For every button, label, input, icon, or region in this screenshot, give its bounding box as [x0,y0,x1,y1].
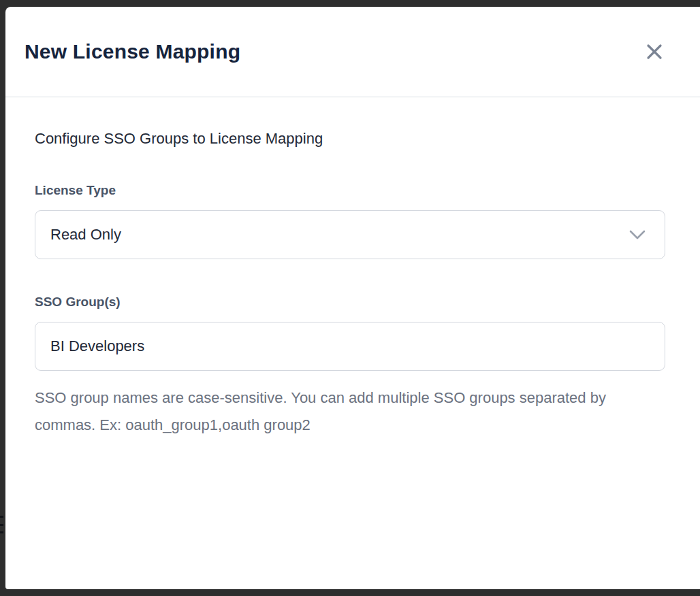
close-icon [646,52,663,63]
sso-groups-help-text: SSO group names are case-sensitive. You … [35,384,614,439]
new-license-mapping-modal: New License Mapping Configure SSO Groups… [5,7,700,589]
modal-header: New License Mapping [5,7,700,97]
modal-subtitle: Configure SSO Groups to License Mapping [35,130,671,148]
license-type-select[interactable]: Read Only [35,210,665,259]
modal-title: New License Mapping [25,40,240,63]
sso-groups-label: SSO Group(s) [35,295,671,310]
chevron-down-icon [629,230,646,239]
license-type-label: License Type [35,183,671,198]
modal-body: Configure SSO Groups to License Mapping … [5,97,700,439]
license-type-selected-value: Read Only [50,226,121,244]
sso-groups-input[interactable] [35,322,665,371]
background-list-icon [0,516,3,533]
close-button[interactable] [641,39,667,65]
